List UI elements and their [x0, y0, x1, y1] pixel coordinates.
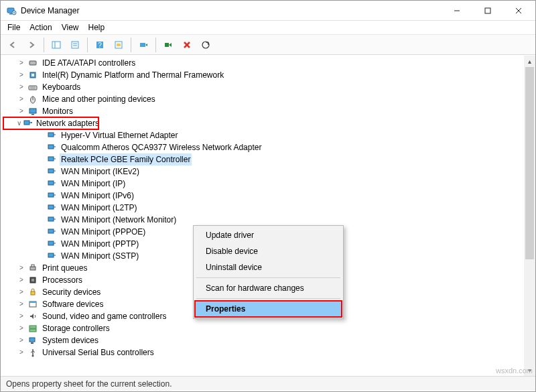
tree-item-adapter[interactable]: WAN Miniport (L2TP) [3, 202, 535, 214]
expand-icon[interactable]: > [17, 310, 26, 322]
tree-item-keyboards[interactable]: > Keyboards [3, 81, 535, 93]
enable-device-button[interactable] [160, 37, 176, 53]
tree-item-usb[interactable]: > Universal Serial Bus controllers [3, 346, 535, 358]
svg-rect-29 [29, 109, 36, 113]
ctx-scan-hardware[interactable]: Scan for hardware changes [195, 280, 342, 296]
mouse-icon [27, 94, 38, 105]
tree-item-mice[interactable]: > Mice and other pointing devices [3, 93, 535, 105]
svg-rect-59 [31, 279, 34, 281]
tree-label: WAN Miniport (IKEv2) [60, 166, 141, 178]
tree-item-adapter-selected[interactable]: Realtek PCIe GBE Family Controller [3, 153, 535, 166]
svg-rect-16 [140, 43, 145, 47]
tree-label: Intel(R) Dynamic Platform and Thermal Fr… [41, 69, 225, 81]
tree-label: WAN Miniport (PPPOE) [60, 226, 147, 238]
svg-rect-30 [31, 114, 34, 115]
context-menu: Update driver Disable device Uninstall d… [193, 225, 344, 319]
expand-icon[interactable]: > [17, 105, 26, 117]
forward-button[interactable] [23, 37, 40, 53]
scrollbar[interactable]: ▴ ▾ [524, 56, 535, 376]
tree-item-adapter[interactable]: WAN Miniport (IKEv2) [3, 166, 535, 178]
help-button[interactable]: ? [92, 37, 108, 53]
svg-rect-4 [485, 8, 490, 13]
storage-icon [27, 323, 38, 334]
show-hide-tree-button[interactable] [48, 37, 64, 53]
network-adapter-icon [46, 239, 57, 249]
expand-icon[interactable]: > [17, 81, 26, 93]
sound-icon [27, 311, 38, 322]
ctx-uninstall-device[interactable]: Uninstall device [195, 259, 342, 275]
scan-hardware-button[interactable] [198, 37, 214, 53]
svg-rect-34 [48, 133, 54, 137]
update-driver-button[interactable] [135, 37, 151, 53]
tree-label: Security devices [41, 286, 102, 298]
tree-label: Qualcomm Atheros QCA9377 Wireless Networ… [60, 141, 263, 153]
event-button[interactable] [111, 37, 127, 53]
svg-point-33 [31, 122, 32, 123]
cpu-icon [27, 275, 38, 285]
expand-icon[interactable]: > [17, 286, 26, 298]
menu-view[interactable]: View [62, 23, 79, 32]
network-adapter-icon [46, 142, 57, 153]
expand-icon[interactable]: > [17, 93, 26, 105]
network-adapter-icon [46, 166, 57, 177]
scroll-up-icon[interactable]: ▴ [524, 56, 535, 67]
toolbar-separator [44, 38, 44, 52]
tree-item-ide[interactable]: > IDE ATA/ATAPI controllers [3, 57, 535, 69]
network-adapter-icon [46, 251, 57, 261]
tree-item-adapter[interactable]: WAN Miniport (IPv6) [3, 190, 535, 202]
uninstall-device-button[interactable] [179, 37, 195, 53]
scroll-thumb[interactable] [525, 67, 534, 259]
menu-help[interactable]: Help [88, 23, 105, 32]
tree-label: Sound, video and game controllers [41, 310, 168, 322]
expand-icon[interactable]: > [17, 262, 26, 274]
close-button[interactable] [503, 1, 534, 21]
tree-item-adapter[interactable]: Qualcomm Atheros QCA9377 Wireless Networ… [3, 141, 535, 153]
svg-rect-23 [31, 74, 34, 76]
security-icon [27, 287, 38, 298]
tree-label: WAN Miniport (IP) [60, 178, 127, 190]
device-tree[interactable]: > IDE ATA/ATAPI controllers > Intel(R) D… [1, 56, 535, 376]
tree-label: Mice and other pointing devices [41, 93, 157, 105]
tree-item-adapter[interactable]: WAN Miniport (IP) [3, 178, 535, 190]
title-bar: Device Manager [1, 1, 535, 21]
tree-item-storage[interactable]: > Storage controllers [3, 322, 535, 334]
ctx-update-driver[interactable]: Update driver [195, 227, 342, 243]
back-button[interactable] [5, 37, 21, 53]
tree-label: WAN Miniport (SSTP) [60, 250, 140, 262]
menu-action[interactable]: Action [29, 23, 52, 32]
expand-icon[interactable]: > [17, 274, 26, 286]
tree-label: WAN Miniport (L2TP) [60, 202, 139, 214]
properties-button[interactable] [67, 37, 83, 53]
svg-text:?: ? [98, 42, 102, 49]
ctx-properties[interactable]: Properties [195, 301, 342, 317]
svg-rect-46 [48, 205, 54, 209]
tree-label: Software devices [41, 298, 105, 310]
maximize-button[interactable] [472, 1, 503, 21]
network-icon [23, 118, 32, 129]
ctx-separator [196, 277, 340, 278]
usb-icon [27, 347, 38, 358]
collapse-icon[interactable]: ∨ [17, 117, 21, 129]
expand-icon[interactable]: > [17, 298, 26, 310]
tree-item-adapter[interactable]: Hyper-V Virtual Ethernet Adapter [3, 129, 535, 141]
tree-item-intel-framework[interactable]: > Intel(R) Dynamic Platform and Thermal … [3, 69, 535, 81]
ctx-disable-device[interactable]: Disable device [195, 243, 342, 259]
tree-label: WAN Miniport (PPTP) [60, 238, 140, 250]
expand-icon[interactable]: > [17, 334, 26, 346]
svg-point-67 [32, 355, 34, 357]
watermark: wsxdn.com [496, 367, 533, 375]
svg-rect-66 [31, 342, 34, 344]
expand-icon[interactable]: > [17, 322, 26, 334]
tree-item-network-adapters[interactable]: ∨ Network adapters [3, 117, 98, 129]
tree-item-system-devices[interactable]: > System devices [3, 334, 535, 346]
tree-item-monitors[interactable]: > Monitors [3, 105, 535, 117]
expand-icon[interactable]: > [17, 57, 26, 69]
expand-icon[interactable]: > [17, 69, 26, 81]
system-icon [27, 335, 38, 346]
expand-icon[interactable]: > [17, 346, 26, 358]
ctx-separator [196, 298, 340, 299]
tree-label: Monitors [41, 105, 74, 117]
menu-file[interactable]: File [7, 23, 20, 32]
minimize-button[interactable] [442, 1, 472, 21]
tree-item-adapter[interactable]: WAN Miniport (Network Monitor) [3, 214, 535, 226]
